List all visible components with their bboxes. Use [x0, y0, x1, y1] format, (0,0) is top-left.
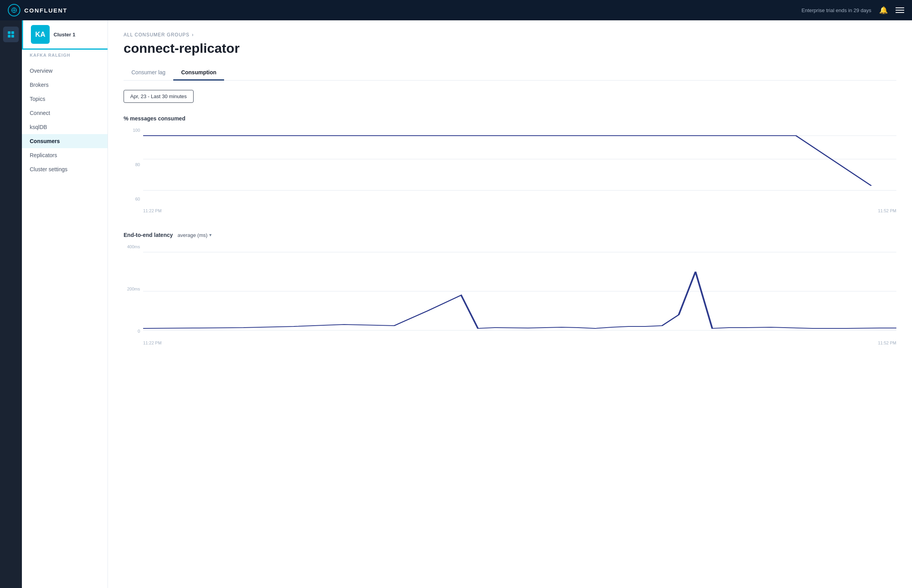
svg-rect-6 [8, 31, 11, 34]
latency-x-axis: 11:22 PM 11:52 PM [143, 338, 896, 345]
sidebar-item-ksqldb[interactable]: ksqlDB [22, 120, 108, 134]
icon-sidebar [0, 20, 22, 588]
cluster-name: Cluster 1 [54, 32, 75, 38]
sidebar-item-overview[interactable]: Overview [22, 64, 108, 78]
messages-consumed-section: % messages consumed 100 80 60 [124, 115, 896, 213]
hamburger-menu-icon[interactable] [896, 7, 904, 13]
y-label-60: 60 [135, 197, 140, 201]
latency-chart: 400ms 200ms 0 [124, 244, 896, 345]
y-label-400ms: 400ms [127, 244, 140, 249]
x-label-start-1: 11:22 PM [143, 208, 162, 213]
sidebar-item-brokers[interactable]: Brokers [22, 78, 108, 92]
date-range-button[interactable]: Apr, 23 - Last 30 minutes [124, 90, 194, 103]
x-label-start-2: 11:22 PM [143, 341, 162, 345]
latency-title-row: End-to-end latency average (ms) ▾ [124, 232, 896, 238]
sidebar-item-consumers[interactable]: Consumers [22, 134, 108, 148]
messages-consumed-y-axis: 100 80 60 [124, 128, 143, 201]
nav-left: CONFLUENT [8, 4, 68, 16]
svg-rect-9 [11, 35, 14, 38]
cluster-label: KAFKA RALEIGH [22, 50, 108, 61]
messages-consumed-x-axis: 11:22 PM 11:52 PM [143, 206, 896, 213]
latency-y-axis: 400ms 200ms 0 [124, 244, 143, 333]
latency-chart-area [143, 244, 896, 338]
nav-items: Overview Brokers Topics Connect ksqlDB C… [22, 61, 108, 179]
y-label-200ms: 200ms [127, 287, 140, 291]
messages-consumed-title: % messages consumed [124, 115, 185, 122]
tabs: Consumer lag Consumption [124, 65, 896, 81]
bell-icon[interactable]: 🔔 [879, 6, 888, 14]
messages-consumed-chart-area [143, 128, 896, 206]
nav-sidebar: KA Cluster 1 KAFKA RALEIGH Overview Brok… [22, 20, 108, 588]
logo-icon [8, 4, 20, 16]
y-label-80: 80 [135, 162, 140, 167]
latency-section: End-to-end latency average (ms) ▾ 400ms … [124, 232, 896, 345]
sidebar-item-connect[interactable]: Connect [22, 106, 108, 120]
sidebar-item-replicators[interactable]: Replicators [22, 148, 108, 162]
y-label-100: 100 [133, 128, 140, 133]
y-label-0: 0 [138, 329, 140, 333]
cluster-header: KA Cluster 1 [22, 20, 108, 50]
messages-consumed-svg [143, 128, 896, 206]
messages-consumed-title-row: % messages consumed [124, 115, 896, 122]
sidebar-item-cluster-settings[interactable]: Cluster settings [22, 162, 108, 176]
breadcrumb-arrow-icon: › [192, 32, 194, 38]
trial-text: Enterprise trial ends in 29 days [802, 7, 871, 13]
page-title: connect-replicator [124, 41, 896, 56]
x-label-end-2: 11:52 PM [878, 341, 896, 345]
svg-rect-7 [11, 31, 14, 34]
app-layout: KA Cluster 1 KAFKA RALEIGH Overview Brok… [0, 20, 912, 588]
tab-consumer-lag[interactable]: Consumer lag [124, 65, 173, 81]
svg-point-1 [13, 9, 15, 11]
latency-title: End-to-end latency [124, 232, 173, 238]
logo-text: CONFLUENT [24, 7, 68, 14]
x-label-end-1: 11:52 PM [878, 208, 896, 213]
sidebar-grid-icon[interactable] [3, 27, 19, 42]
latency-dropdown-label: average (ms) [178, 232, 208, 238]
tab-consumption[interactable]: Consumption [173, 65, 224, 81]
latency-dropdown[interactable]: average (ms) ▾ [178, 232, 212, 238]
svg-rect-8 [8, 35, 11, 38]
latency-svg [143, 244, 896, 338]
sidebar-item-topics[interactable]: Topics [22, 92, 108, 106]
breadcrumb-text[interactable]: ALL CONSUMER GROUPS [124, 32, 190, 38]
cluster-badge: KA [31, 25, 50, 44]
messages-consumed-chart: 100 80 60 [124, 128, 896, 213]
latency-dropdown-arrow-icon: ▾ [209, 232, 212, 238]
nav-right: Enterprise trial ends in 29 days 🔔 [802, 6, 904, 14]
breadcrumb: ALL CONSUMER GROUPS › [124, 32, 896, 38]
top-nav: CONFLUENT Enterprise trial ends in 29 da… [0, 0, 912, 20]
main-content: ALL CONSUMER GROUPS › connect-replicator… [108, 20, 912, 588]
